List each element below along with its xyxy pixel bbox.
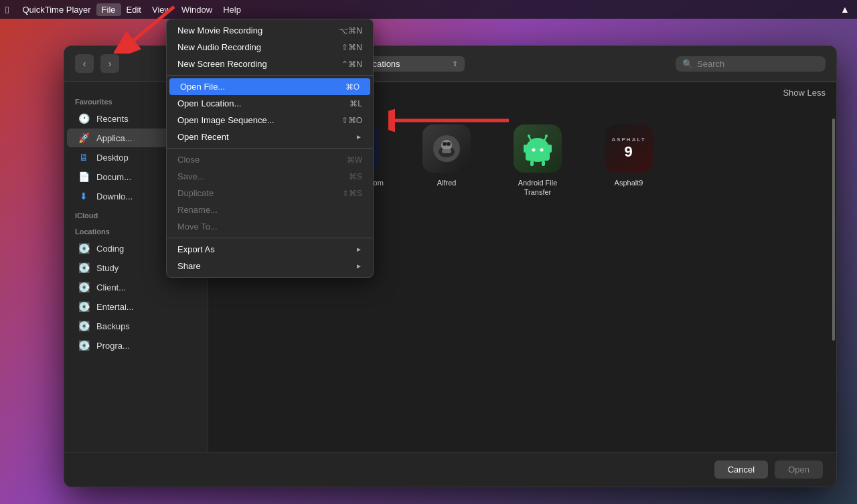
menu-item-share[interactable]: Share ► bbox=[167, 258, 373, 274]
svg-rect-14 bbox=[542, 161, 545, 166]
menu-separator-2 bbox=[167, 148, 373, 149]
asphalt9-icon: ASPHALT 9 bbox=[605, 124, 653, 173]
menubar-window[interactable]: Window bbox=[176, 3, 218, 16]
menu-item-new-movie-recording[interactable]: New Movie Recording ⌥⌘N bbox=[167, 22, 373, 39]
sidebar-item-programs[interactable]: 💽 Progra... bbox=[67, 336, 205, 355]
sidebar-item-study-label: Study bbox=[96, 263, 119, 273]
sidebar-item-client-label: Client... bbox=[96, 282, 126, 292]
menu-item-open-file[interactable]: Open File... ⌘O bbox=[169, 78, 370, 95]
study-disk-icon: 💽 bbox=[78, 262, 90, 274]
svg-rect-22 bbox=[548, 145, 552, 153]
menu-item-new-screen-recording[interactable]: New Screen Recording ⌃⌘N bbox=[167, 56, 373, 72]
location-chevron-icon: ⇧ bbox=[452, 60, 458, 68]
menu-item-open-recent[interactable]: Open Recent ► bbox=[167, 129, 373, 145]
recents-icon: 🕐 bbox=[78, 112, 90, 124]
menu-extra-icon[interactable]: ▲ bbox=[838, 3, 852, 16]
menu-item-save: Save... ⌘S bbox=[167, 168, 373, 185]
menubar-view[interactable]: View bbox=[147, 3, 176, 16]
sidebar-item-coding-label: Coding bbox=[96, 244, 124, 254]
menu-separator-3 bbox=[167, 238, 373, 238]
svg-rect-12 bbox=[526, 149, 550, 161]
menubar-quicktime[interactable]: QuickTime Player bbox=[17, 3, 96, 16]
menu-item-duplicate: Duplicate ⇧⌘S bbox=[167, 185, 373, 201]
programs-disk-icon: 💽 bbox=[78, 339, 90, 351]
dialog-footer: Cancel Open bbox=[64, 452, 836, 487]
svg-point-16 bbox=[540, 149, 544, 152]
search-box[interactable]: 🔍 Search bbox=[676, 56, 826, 72]
search-icon: 🔍 bbox=[682, 59, 693, 69]
open-button[interactable]: Open bbox=[775, 460, 823, 479]
svg-point-8 bbox=[443, 142, 447, 146]
asphalt9-label: Asphalt9 bbox=[615, 178, 643, 187]
sidebar-item-backups-label: Backups bbox=[96, 321, 130, 331]
menu-item-open-location[interactable]: Open Location... ⌘L bbox=[167, 95, 373, 112]
sidebar-item-client[interactable]: 💽 Client... bbox=[67, 278, 205, 297]
svg-rect-10 bbox=[442, 149, 451, 153]
client-disk-icon: 💽 bbox=[78, 281, 90, 293]
menubar-edit[interactable]: Edit bbox=[121, 3, 147, 16]
menu-item-export-as[interactable]: Export As ► bbox=[167, 241, 373, 258]
menubar-help[interactable]: Help bbox=[218, 3, 246, 16]
forward-button[interactable]: › bbox=[100, 54, 119, 73]
app-item-alfred[interactable]: Alfred bbox=[406, 119, 487, 203]
sidebar-item-recents-label: Recents bbox=[96, 114, 129, 124]
scroll-track[interactable] bbox=[831, 82, 836, 452]
apple-menu-item[interactable]:  bbox=[5, 4, 9, 15]
sidebar-item-entertainment[interactable]: 💽 Entertai... bbox=[67, 297, 205, 316]
menu-item-move-to: Move To... bbox=[167, 218, 373, 235]
file-menu-dropdown: New Movie Recording ⌥⌘N New Audio Record… bbox=[166, 19, 374, 278]
sidebar-item-programs-label: Progra... bbox=[96, 341, 130, 351]
svg-point-19 bbox=[528, 135, 530, 137]
desktop-icon: 🖥 bbox=[78, 151, 90, 163]
coding-disk-icon: 💽 bbox=[78, 242, 90, 254]
sidebar-item-desktop-label: Desktop bbox=[96, 153, 129, 163]
app-item-asphalt9[interactable]: ASPHALT 9 Asphalt9 bbox=[589, 119, 669, 203]
alfred-icon bbox=[422, 124, 471, 173]
downloads-icon: ⬇ bbox=[78, 190, 90, 202]
menu-separator-1 bbox=[167, 75, 373, 76]
svg-point-7 bbox=[441, 140, 452, 151]
menu-item-rename: Rename... bbox=[167, 201, 373, 218]
applications-icon: 🚀 bbox=[78, 132, 90, 144]
menu-item-close: Close ⌘W bbox=[167, 151, 373, 168]
android-file-transfer-label: Android File Transfer bbox=[504, 178, 571, 197]
svg-point-15 bbox=[532, 149, 536, 152]
cancel-button[interactable]: Cancel bbox=[714, 460, 768, 479]
menubar-file[interactable]: File bbox=[96, 3, 121, 16]
backups-disk-icon: 💽 bbox=[78, 320, 90, 332]
android-icon bbox=[514, 124, 562, 173]
menubar:  QuickTime Player File Edit View Window… bbox=[0, 0, 857, 19]
show-less-button[interactable]: Show Less bbox=[783, 88, 826, 98]
sidebar-item-documents-label: Docum... bbox=[96, 172, 131, 182]
svg-rect-13 bbox=[530, 161, 534, 166]
entertainment-disk-icon: 💽 bbox=[78, 301, 90, 313]
search-input[interactable]: Search bbox=[697, 59, 819, 69]
scroll-thumb[interactable] bbox=[832, 118, 835, 341]
sidebar-item-backups[interactable]: 💽 Backups bbox=[67, 317, 205, 335]
svg-point-9 bbox=[447, 142, 451, 146]
menu-item-new-audio-recording[interactable]: New Audio Recording ⇧⌘N bbox=[167, 39, 373, 56]
menubar-right: ▲ bbox=[838, 3, 852, 16]
svg-rect-21 bbox=[524, 145, 527, 153]
svg-point-20 bbox=[545, 135, 548, 137]
app-item-android-file-transfer[interactable]: Android File Transfer bbox=[497, 119, 578, 203]
sidebar-item-applications-label: Applica... bbox=[96, 133, 132, 143]
menu-item-open-image-sequence[interactable]: Open Image Sequence... ⇧⌘O bbox=[167, 112, 373, 129]
sidebar-item-entertainment-label: Entertai... bbox=[96, 302, 134, 312]
sidebar-item-downloads-label: Downlo... bbox=[96, 191, 133, 201]
back-button[interactable]: ‹ bbox=[75, 54, 94, 73]
documents-icon: 📄 bbox=[78, 171, 90, 183]
alfred-label: Alfred bbox=[437, 178, 457, 187]
